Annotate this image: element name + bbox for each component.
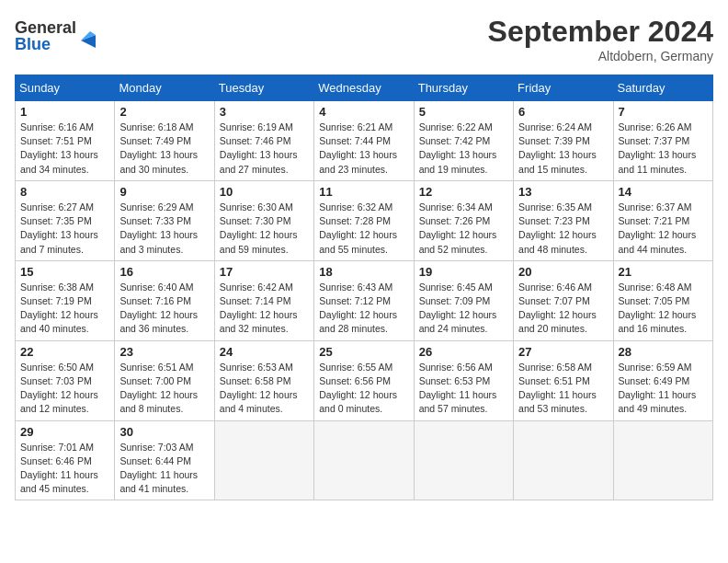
weekday-header: Thursday [414, 75, 513, 101]
day-detail: Sunrise: 6:26 AMSunset: 7:37 PMDaylight:… [619, 121, 708, 177]
calendar-day-cell: 30Sunrise: 7:03 AMSunset: 6:44 PMDayligh… [115, 420, 214, 500]
calendar-day-cell: 25Sunrise: 6:55 AMSunset: 6:56 PMDayligh… [314, 340, 414, 420]
day-number: 12 [419, 185, 508, 199]
day-number: 14 [619, 185, 708, 199]
calendar-day-cell: 23Sunrise: 6:51 AMSunset: 7:00 PMDayligh… [115, 340, 214, 420]
calendar-day-cell [613, 420, 712, 500]
weekday-header: Sunday [16, 75, 115, 101]
calendar-day-cell [414, 420, 513, 500]
day-detail: Sunrise: 6:40 AMSunset: 7:16 PMDaylight:… [119, 281, 209, 337]
day-detail: Sunrise: 6:42 AMSunset: 7:14 PMDaylight:… [220, 281, 309, 337]
day-detail: Sunrise: 6:56 AMSunset: 6:53 PMDaylight:… [419, 361, 508, 417]
calendar-day-cell: 4Sunrise: 6:21 AMSunset: 7:44 PMDaylight… [314, 101, 414, 181]
day-detail: Sunrise: 6:18 AMSunset: 7:49 PMDaylight:… [119, 121, 209, 177]
day-number: 18 [319, 265, 408, 279]
day-number: 25 [319, 345, 408, 359]
day-detail: Sunrise: 6:27 AMSunset: 7:35 PMDaylight:… [20, 201, 109, 257]
calendar-day-cell: 21Sunrise: 6:48 AMSunset: 7:05 PMDayligh… [613, 260, 712, 340]
weekday-header: Friday [514, 75, 613, 101]
day-number: 8 [20, 185, 109, 199]
day-number: 15 [20, 265, 109, 279]
day-detail: Sunrise: 6:34 AMSunset: 7:26 PMDaylight:… [419, 201, 508, 257]
calendar-day-cell: 14Sunrise: 6:37 AMSunset: 7:21 PMDayligh… [613, 180, 712, 260]
day-number: 17 [220, 265, 309, 279]
day-detail: Sunrise: 7:01 AMSunset: 6:46 PMDaylight:… [20, 441, 109, 497]
calendar-week-row: 15Sunrise: 6:38 AMSunset: 7:19 PMDayligh… [16, 260, 713, 340]
title-block: September 2024 Altdobern, Germany [488, 15, 713, 63]
day-detail: Sunrise: 6:45 AMSunset: 7:09 PMDaylight:… [419, 281, 508, 337]
day-number: 1 [20, 105, 109, 119]
calendar-day-cell: 9Sunrise: 6:29 AMSunset: 7:33 PMDaylight… [115, 180, 214, 260]
calendar-day-cell: 27Sunrise: 6:58 AMSunset: 6:51 PMDayligh… [514, 340, 613, 420]
day-number: 6 [518, 105, 608, 119]
svg-text:Blue: Blue [15, 35, 51, 53]
day-number: 4 [319, 105, 408, 119]
calendar-week-row: 8Sunrise: 6:27 AMSunset: 7:35 PMDaylight… [16, 180, 713, 260]
calendar-day-cell [314, 420, 414, 500]
day-number: 16 [119, 265, 209, 279]
day-number: 23 [119, 345, 209, 359]
calendar-week-row: 1Sunrise: 6:16 AMSunset: 7:51 PMDaylight… [16, 101, 713, 181]
day-number: 11 [319, 185, 408, 199]
calendar-day-cell: 17Sunrise: 6:42 AMSunset: 7:14 PMDayligh… [214, 260, 313, 340]
day-number: 30 [119, 425, 209, 439]
calendar-day-cell: 7Sunrise: 6:26 AMSunset: 7:37 PMDaylight… [613, 101, 712, 181]
calendar-day-cell: 1Sunrise: 6:16 AMSunset: 7:51 PMDaylight… [16, 101, 115, 181]
day-number: 26 [419, 345, 508, 359]
calendar-day-cell: 6Sunrise: 6:24 AMSunset: 7:39 PMDaylight… [514, 101, 613, 181]
day-detail: Sunrise: 6:19 AMSunset: 7:46 PMDaylight:… [220, 121, 309, 177]
day-number: 13 [518, 185, 608, 199]
svg-text:General: General [15, 18, 76, 37]
day-detail: Sunrise: 6:35 AMSunset: 7:23 PMDaylight:… [518, 201, 608, 257]
day-number: 22 [20, 345, 109, 359]
day-detail: Sunrise: 6:58 AMSunset: 6:51 PMDaylight:… [518, 361, 608, 417]
calendar-day-cell: 28Sunrise: 6:59 AMSunset: 6:49 PMDayligh… [613, 340, 712, 420]
calendar-day-cell: 22Sunrise: 6:50 AMSunset: 7:03 PMDayligh… [16, 340, 115, 420]
calendar-week-row: 22Sunrise: 6:50 AMSunset: 7:03 PMDayligh… [16, 340, 713, 420]
day-detail: Sunrise: 7:03 AMSunset: 6:44 PMDaylight:… [119, 441, 209, 497]
weekday-header: Saturday [613, 75, 712, 101]
day-detail: Sunrise: 6:37 AMSunset: 7:21 PMDaylight:… [619, 201, 708, 257]
day-detail: Sunrise: 6:30 AMSunset: 7:30 PMDaylight:… [220, 201, 309, 257]
day-number: 7 [619, 105, 708, 119]
day-number: 21 [619, 265, 708, 279]
day-detail: Sunrise: 6:46 AMSunset: 7:07 PMDaylight:… [518, 281, 608, 337]
calendar-day-cell: 8Sunrise: 6:27 AMSunset: 7:35 PMDaylight… [16, 180, 115, 260]
month-title: September 2024 [488, 15, 713, 49]
day-detail: Sunrise: 6:48 AMSunset: 7:05 PMDaylight:… [619, 281, 708, 337]
calendar-day-cell: 10Sunrise: 6:30 AMSunset: 7:30 PMDayligh… [214, 180, 313, 260]
day-number: 10 [220, 185, 309, 199]
day-detail: Sunrise: 6:55 AMSunset: 6:56 PMDaylight:… [319, 361, 408, 417]
day-detail: Sunrise: 6:51 AMSunset: 7:00 PMDaylight:… [119, 361, 209, 417]
calendar-table: SundayMondayTuesdayWednesdayThursdayFrid… [15, 75, 713, 500]
day-number: 9 [119, 185, 209, 199]
calendar-day-cell [514, 420, 613, 500]
day-detail: Sunrise: 6:16 AMSunset: 7:51 PMDaylight:… [20, 121, 109, 177]
day-detail: Sunrise: 6:38 AMSunset: 7:19 PMDaylight:… [20, 281, 109, 337]
day-detail: Sunrise: 6:22 AMSunset: 7:42 PMDaylight:… [419, 121, 508, 177]
calendar-day-cell: 29Sunrise: 7:01 AMSunset: 6:46 PMDayligh… [16, 420, 115, 500]
day-detail: Sunrise: 6:24 AMSunset: 7:39 PMDaylight:… [518, 121, 608, 177]
day-number: 5 [419, 105, 508, 119]
calendar-day-cell: 19Sunrise: 6:45 AMSunset: 7:09 PMDayligh… [414, 260, 513, 340]
page-header: General Blue September 2024 Altdobern, G… [15, 15, 713, 63]
calendar-day-cell: 24Sunrise: 6:53 AMSunset: 6:58 PMDayligh… [214, 340, 313, 420]
location: Altdobern, Germany [488, 49, 713, 63]
day-detail: Sunrise: 6:21 AMSunset: 7:44 PMDaylight:… [319, 121, 408, 177]
day-number: 3 [220, 105, 309, 119]
day-number: 20 [518, 265, 608, 279]
day-number: 24 [220, 345, 309, 359]
day-number: 19 [419, 265, 508, 279]
calendar-day-cell: 3Sunrise: 6:19 AMSunset: 7:46 PMDaylight… [214, 101, 313, 181]
calendar-day-cell: 11Sunrise: 6:32 AMSunset: 7:28 PMDayligh… [314, 180, 414, 260]
weekday-header: Monday [115, 75, 214, 101]
calendar-day-cell: 5Sunrise: 6:22 AMSunset: 7:42 PMDaylight… [414, 101, 513, 181]
weekday-header: Wednesday [314, 75, 414, 101]
calendar-day-cell: 26Sunrise: 6:56 AMSunset: 6:53 PMDayligh… [414, 340, 513, 420]
calendar-day-cell: 2Sunrise: 6:18 AMSunset: 7:49 PMDaylight… [115, 101, 214, 181]
day-detail: Sunrise: 6:50 AMSunset: 7:03 PMDaylight:… [20, 361, 109, 417]
calendar-day-cell [214, 420, 313, 500]
calendar-week-row: 29Sunrise: 7:01 AMSunset: 6:46 PMDayligh… [16, 420, 713, 500]
day-number: 27 [518, 345, 608, 359]
calendar-day-cell: 12Sunrise: 6:34 AMSunset: 7:26 PMDayligh… [414, 180, 513, 260]
